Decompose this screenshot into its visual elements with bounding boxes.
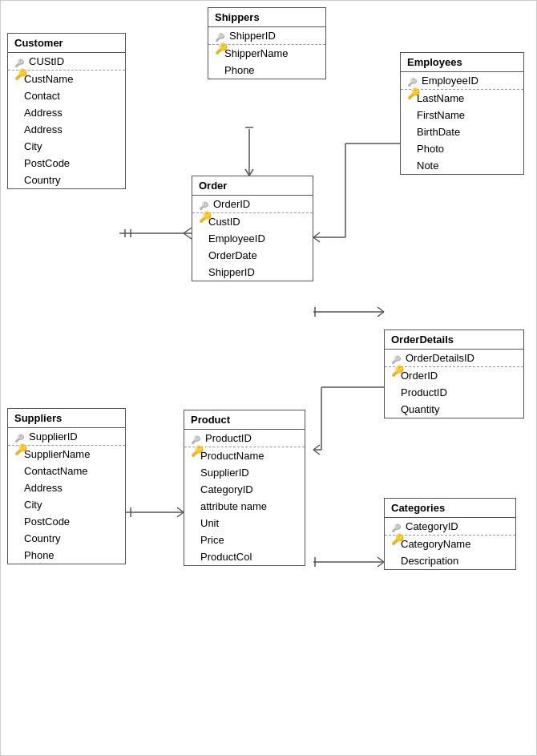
svg-line-28 [177, 507, 184, 512]
shippers-title: Shippers [208, 8, 325, 27]
order-pk: 🔑 OrderID [192, 196, 313, 213]
suppliers-pk-field: SupplierID [29, 431, 78, 443]
svg-line-24 [313, 450, 320, 455]
categories-field-1: Descripation [385, 552, 515, 569]
orderdetails-field-2: Quantity [385, 401, 523, 418]
order-table: Order 🔑 OrderID CustID EmployeeID OrderD… [192, 176, 313, 281]
customer-table: Customer 🔑 CUStID CustName Contact Addre… [7, 33, 126, 189]
categories-title: Categories [385, 499, 515, 518]
svg-line-7 [249, 169, 253, 176]
employees-field-3: Photo [401, 140, 523, 157]
employees-pk-field: EmployeeID [422, 75, 478, 87]
svg-line-2 [184, 233, 192, 239]
pk-icon-product: 🔑 [191, 433, 202, 444]
svg-line-6 [245, 169, 249, 176]
suppliers-title: Suppliers [8, 409, 125, 428]
pk-icon-suppliers: 🔑 [14, 431, 26, 443]
pk-icon-shippers: 🔑 [215, 30, 226, 42]
suppliers-field-6: Phone [8, 547, 125, 564]
shippers-table: Shippers 🔑 ShipperID ShipperName Phone [208, 7, 326, 79]
pk-icon-employees: 🔑 [407, 75, 418, 87]
shippers-field-1: Phone [208, 62, 325, 79]
customer-title: Customer [8, 34, 125, 53]
suppliers-field-2: Address [8, 479, 125, 496]
customer-field-2: Address [8, 104, 125, 121]
employees-field-4: Note [401, 157, 523, 174]
orderdetails-table: OrderDetails 🔑 OrderDetailsID OrderID Pr… [384, 329, 524, 418]
product-table: Product 🔑 ProductID ProductName Supplier… [184, 410, 305, 566]
order-field-1: EmployeeID [192, 230, 313, 247]
product-field-1: SupplierID [184, 464, 305, 481]
categories-table: Categories 🔑 CategoryID CategoryName Des… [384, 498, 516, 570]
suppliers-field-1: ContactName [8, 463, 125, 479]
shippers-pk: 🔑 ShipperID [208, 27, 325, 45]
customer-field-6: Country [8, 172, 125, 188]
suppliers-pk: 🔑 SupplierID [8, 428, 125, 446]
product-title: Product [184, 410, 305, 430]
pk-icon: 🔑 [14, 56, 26, 67]
product-field-6: ProductCol [184, 548, 305, 565]
suppliers-field-5: Country [8, 530, 125, 547]
orderdetails-field-0: OrderID [385, 367, 523, 384]
suppliers-field-4: PostCode [8, 513, 125, 530]
orderdetails-title: OrderDetails [385, 330, 523, 350]
suppliers-table: Suppliers 🔑 SupplierID SupplierName Cont… [7, 408, 126, 564]
product-field-4: Unit [184, 515, 305, 532]
employees-pk: 🔑 EmployeeID [401, 72, 523, 90]
employees-field-1: FirstName [401, 107, 523, 123]
svg-line-17 [378, 307, 384, 312]
pk-icon-order: 🔑 [199, 199, 210, 210]
categories-pk-field: CategoryID [406, 520, 458, 532]
suppliers-field-3: City [8, 496, 125, 513]
er-diagram: Customer 🔑 CUStID CustName Contact Addre… [0, 0, 537, 756]
pk-icon-categories: 🔑 [391, 521, 402, 532]
svg-line-34 [378, 562, 384, 567]
customer-pk: 🔑 CUStID [8, 53, 125, 71]
employees-table: Employees 🔑 EmployeeID LastName FirstNam… [400, 52, 524, 175]
product-field-3: attribute name [184, 498, 305, 515]
svg-line-29 [177, 512, 184, 517]
categories-field-0: CategoryName [385, 536, 515, 552]
svg-line-13 [313, 237, 320, 242]
svg-line-1 [184, 228, 192, 233]
svg-line-23 [313, 445, 320, 450]
order-field-2: OrderDate [192, 247, 313, 264]
customer-field-4: City [8, 138, 125, 155]
svg-line-33 [378, 557, 384, 562]
svg-line-18 [378, 312, 384, 317]
product-field-2: CategoryID [184, 481, 305, 498]
orderdetails-pk-field: OrderDetailsID [406, 352, 474, 364]
customer-field-3: Address [8, 121, 125, 138]
product-pk: 🔑 ProductID [184, 430, 305, 447]
order-pk-field: OrderID [213, 198, 250, 210]
customer-field-1: Contact [8, 87, 125, 104]
customer-field-5: PostCode [8, 155, 125, 172]
order-field-3: ShipperID [192, 264, 313, 281]
categories-pk: 🔑 CategoryID [385, 518, 515, 536]
order-title: Order [192, 176, 313, 196]
pk-icon-orderdetails: 🔑 [391, 353, 402, 364]
orderdetails-field-1: ProductID [385, 384, 523, 401]
shippers-pk-field: ShipperID [229, 30, 276, 42]
employees-title: Employees [401, 53, 523, 72]
orderdetails-pk: 🔑 OrderDetailsID [385, 350, 523, 367]
product-pk-field: ProductID [205, 432, 252, 444]
customer-pk-field: CUStID [29, 55, 64, 67]
svg-line-12 [313, 232, 320, 237]
product-field-5: Price [184, 532, 305, 548]
employees-field-2: BirthDate [401, 123, 523, 140]
